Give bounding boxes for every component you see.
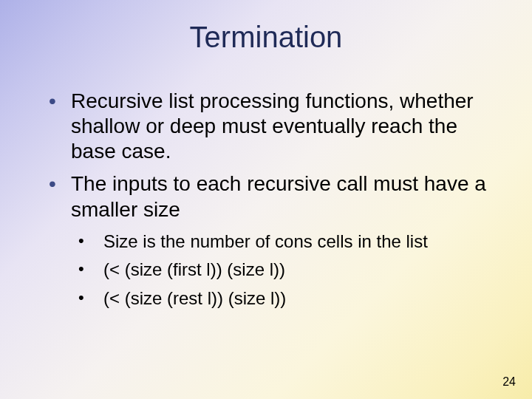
slide: Termination Recursive list processing fu… <box>0 0 532 399</box>
sub-bullet-text: Size is the number of cons cells in the … <box>103 231 428 251</box>
page-number: 24 <box>502 375 516 389</box>
sub-bullet-item: (< (size (first l)) (size l)) <box>71 258 488 282</box>
sub-bullet-item: (< (size (rest l)) (size l)) <box>71 287 488 310</box>
sub-bullet-item: Size is the number of cons cells in the … <box>71 230 488 253</box>
sub-bullet-text: (< (size (first l)) (size l)) <box>103 259 285 279</box>
bullet-list-level1: Recursive list processing functions, whe… <box>44 89 488 310</box>
bullet-item: Recursive list processing functions, whe… <box>44 89 488 164</box>
bullet-item: The inputs to each recursive call must h… <box>44 171 488 310</box>
slide-title: Termination <box>0 21 532 54</box>
slide-body: Recursive list processing functions, whe… <box>44 89 488 318</box>
bullet-text: The inputs to each recursive call must h… <box>71 172 486 220</box>
bullet-list-level2: Size is the number of cons cells in the … <box>71 230 488 310</box>
sub-bullet-text: (< (size (rest l)) (size l)) <box>103 288 286 308</box>
bullet-text: Recursive list processing functions, whe… <box>71 89 474 163</box>
